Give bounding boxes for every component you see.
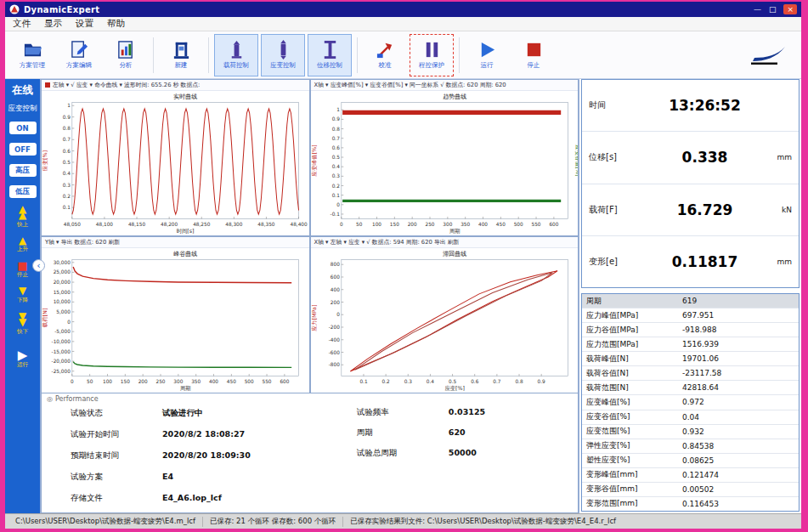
svg-text:0: 0 [339, 222, 342, 227]
sidebar-button[interactable]: 高压 [9, 164, 37, 177]
toolbar-button-label: 新建 [175, 61, 188, 70]
svg-text:0.1: 0.1 [63, 205, 71, 210]
svg-text:0.6: 0.6 [63, 149, 71, 154]
svg-text:-10,000: -10,000 [52, 339, 71, 344]
reading-label: 变形[e] [589, 256, 640, 268]
result-row: 载荷谷值[N]-23117.58 [582, 366, 799, 381]
jog-stop-button[interactable]: ■停止 [17, 263, 28, 279]
result-value: -23117.58 [682, 369, 799, 377]
menu-item[interactable]: 设置 [76, 18, 93, 30]
result-name: 应力峰值[MPa] [582, 310, 682, 321]
svg-text:500: 500 [513, 222, 523, 227]
chart-toolbar-text: X轴 ▾ 应变峰值[%] ▾ 应变谷值[%] ▾ 同一坐标系 √ 数据点: 62… [314, 81, 506, 89]
result-row: 应力峰值[MPa]697.951 [582, 308, 799, 323]
svg-text:应变[%]: 应变[%] [42, 150, 48, 172]
jog-fast-down-button[interactable]: ▼ ▼快下 [17, 314, 28, 336]
svg-text:25,000: 25,000 [54, 269, 71, 274]
jog-run-button[interactable]: ▶运行 [17, 352, 28, 369]
chart-toolbar[interactable]: 左轴 ▾ √ 应变 ▾ 命令曲线 ▾ 波形时间: 655.26 秒 数据点: [42, 80, 309, 91]
toolbar-button-edit[interactable]: 方案编辑 [57, 34, 101, 76]
minimize-button[interactable]: — [754, 4, 761, 14]
toolbar-button-calibrate[interactable]: 校准 [363, 34, 407, 76]
live-reading-row: 变形[e]0.11817mm [582, 236, 799, 287]
statusbar-saved-info: 已保存: 21 个循环 保存数: 600 个循环 [203, 517, 343, 527]
svg-text:20,000: 20,000 [54, 280, 71, 285]
svg-text:应变[%]: 应变[%] [444, 385, 464, 392]
toolbar-button-protect[interactable]: 程控保护 [410, 34, 454, 76]
svg-text:800: 800 [330, 262, 339, 267]
svg-text:0.2: 0.2 [381, 379, 389, 384]
mode-strain-icon [274, 40, 293, 59]
svg-text:48,400: 48,400 [290, 222, 307, 227]
performance-title: Performance [55, 395, 99, 403]
svg-text:600: 600 [280, 379, 289, 384]
close-button[interactable]: × [783, 4, 797, 14]
svg-text:0.3: 0.3 [404, 379, 411, 384]
toolbar-button-analyze[interactable]: 分析 [104, 34, 148, 76]
field-value: 试验进行中 [162, 408, 203, 419]
reading-unit: kN [770, 206, 792, 214]
toolbar-button-mode-load[interactable]: 载荷控制 [214, 34, 258, 76]
result-row: 载荷范围[N]42818.64 [582, 381, 799, 395]
toolbar-separator [459, 37, 460, 73]
svg-text:0.7: 0.7 [331, 136, 339, 141]
svg-text:0.6: 0.6 [471, 379, 478, 384]
toolbar-button-mode-disp[interactable]: 位移控制 [308, 34, 352, 76]
result-row: 周期619 [582, 294, 799, 308]
live-reading-row: 载荷[F]16.729kN [582, 184, 799, 236]
svg-text:0.8: 0.8 [515, 379, 523, 384]
toolbar-separator [208, 37, 209, 73]
toolbar-button-mode-strain[interactable]: 应变控制 [261, 34, 305, 76]
jog-fast-up-button[interactable]: ▲ ▲快上 [17, 207, 28, 229]
app-logo-icon [9, 4, 20, 14]
svg-text:300: 300 [443, 222, 452, 227]
svg-text:0.8: 0.8 [331, 127, 339, 132]
menu-item[interactable]: 文件 [13, 18, 31, 30]
control-mode-label: 应变控制 [8, 104, 37, 114]
toolbar-separator [357, 37, 358, 73]
performance-field: 试验总周期50000 [357, 448, 573, 459]
svg-text:300: 300 [173, 379, 183, 384]
menu-item[interactable]: 显示 [44, 18, 62, 30]
jog-up-button[interactable]: ▲上升 [17, 238, 28, 253]
result-row: 变形谷值[mm]0.00502 [582, 483, 799, 497]
menu-bar: 文件显示设置帮助 [5, 17, 801, 31]
toolbar-button-stop[interactable]: 停止 [511, 34, 556, 76]
svg-text:峰谷曲线: 峰谷曲线 [173, 250, 197, 258]
toolbar-button-new[interactable]: 新建 [159, 34, 203, 76]
svg-text:0.1: 0.1 [331, 193, 339, 198]
svg-text:实时曲线: 实时曲线 [173, 93, 197, 100]
result-value: 0.00502 [682, 485, 799, 494]
svg-text:0.5: 0.5 [448, 379, 455, 384]
toolbar-button-label: 停止 [528, 61, 540, 70]
field-value: 0.03125 [449, 407, 485, 418]
menu-item[interactable]: 帮助 [107, 18, 125, 30]
chart-toolbar[interactable]: Y轴 ▾ 导出 数据点: 620 刷新 [42, 237, 309, 248]
svg-text:48,050: 48,050 [64, 222, 81, 227]
toolbar-button-run[interactable]: 运行 [465, 34, 509, 76]
jog-down-button[interactable]: ▼下降 [17, 288, 28, 303]
result-name: 应变范围[%] [582, 426, 682, 437]
toolbar-button-manage[interactable]: 方案管理 [10, 34, 54, 76]
collapse-sidebar-button[interactable]: ‹ [32, 259, 45, 272]
status-bar: C:\Users\USER\Desktop\试验数据-蠕变疲劳\E4.m_lcf… [5, 513, 801, 529]
sidebar-button[interactable]: OFF [9, 143, 37, 156]
chart-toolbar[interactable]: X轴 ▾ 左轴 ▾ 应变 ▾ √ 数据点: 594 周期: 620 导出 刷新 [311, 237, 579, 248]
performance-right-column: 试验频率0.03125周期620试验总周期50000 [347, 403, 573, 509]
svg-text:100: 100 [372, 222, 381, 227]
svg-text:1: 1 [67, 103, 71, 108]
svg-text:0.4: 0.4 [63, 171, 71, 176]
maximize-button[interactable]: □ [769, 4, 777, 14]
svg-text:0.7: 0.7 [493, 379, 500, 384]
sidebar-button[interactable]: 低压 [9, 185, 37, 198]
chart-toolbar[interactable]: X轴 ▾ 应变峰值[%] ▾ 应变谷值[%] ▾ 同一坐标系 √ 数据点: 62… [311, 80, 579, 91]
svg-text:0.1: 0.1 [359, 379, 367, 384]
run-icon: ▶ [18, 352, 28, 359]
result-name: 塑性应变[%] [582, 455, 682, 466]
sidebar-button[interactable]: ON [9, 122, 37, 134]
svg-text:0.9: 0.9 [331, 116, 339, 122]
svg-text:48,350: 48,350 [257, 222, 274, 227]
field-label: 存储文件 [71, 493, 162, 504]
svg-text:350: 350 [461, 222, 470, 227]
toolbar-button-label: 方案管理 [20, 61, 45, 70]
